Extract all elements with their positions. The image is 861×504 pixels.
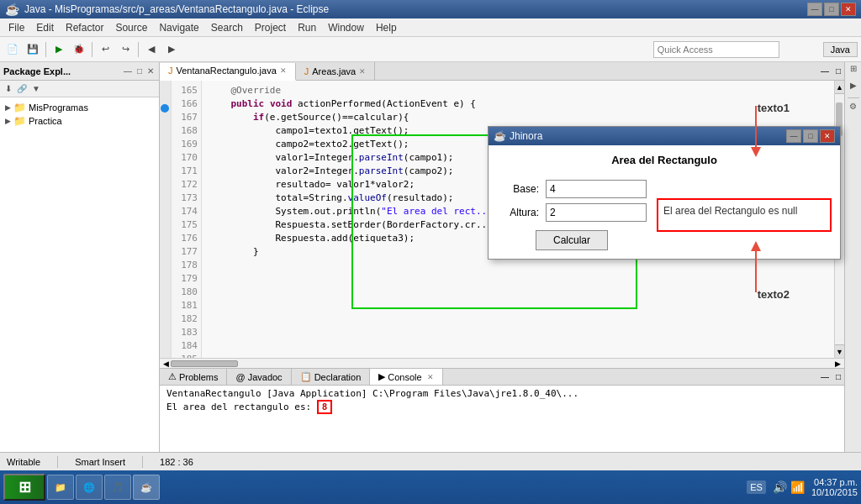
sidebar-separator: [848, 97, 859, 98]
declaration-icon: 📋: [300, 371, 312, 382]
bottom-panel-min[interactable]: —: [818, 371, 832, 382]
tab-console[interactable]: ▶ Console ✕: [370, 369, 442, 385]
menu-navigate[interactable]: Navigate: [154, 20, 203, 35]
dialog-result-display: El area del Rectangulo es null: [657, 198, 832, 232]
menu-edit[interactable]: Edit: [31, 20, 59, 35]
maximize-panel-icon[interactable]: □: [135, 66, 144, 76]
menu-project[interactable]: Project: [250, 20, 291, 35]
link-editor-icon[interactable]: 🔗: [15, 83, 29, 94]
texto2-annotation: texto2: [758, 288, 790, 301]
menu-bar: File Edit Refactor Source Navigate Searc…: [0, 18, 861, 37]
editor-tab-controls: — □: [817, 65, 844, 77]
scroll-h-thumb[interactable]: [171, 360, 238, 367]
next-button[interactable]: ▶: [162, 40, 181, 59]
menu-source[interactable]: Source: [110, 20, 152, 35]
menu-help[interactable]: Help: [371, 20, 402, 35]
taskbar-right: ES 🔊 📶 04:37 p.m. 10/10/2015: [747, 477, 858, 497]
menu-search[interactable]: Search: [206, 20, 248, 35]
dialog-close-button[interactable]: ✕: [820, 129, 835, 143]
sidebar-icon-3[interactable]: ⚙: [847, 102, 860, 115]
scroll-left-btn[interactable]: ◀: [161, 360, 171, 368]
quick-access-input[interactable]: [653, 41, 779, 58]
scroll-up-btn[interactable]: ▲: [835, 81, 844, 94]
debug-button[interactable]: 🐞: [70, 40, 88, 59]
view-menu-icon[interactable]: ▼: [30, 83, 42, 94]
form-row-base: Base:: [497, 180, 647, 198]
status-insert-mode: Smart Insert: [75, 457, 125, 467]
taskbar-browser[interactable]: 🌐: [76, 475, 103, 500]
taskbar-media[interactable]: 🎵: [104, 475, 131, 500]
tree-item-practica[interactable]: ▶ 📁 Practica: [3, 114, 156, 128]
redo-button[interactable]: ↪: [116, 40, 135, 59]
tree-item-misprogramas[interactable]: ▶ 📁 MisProgramas: [3, 101, 156, 114]
calcular-button[interactable]: Calcular: [536, 230, 608, 250]
console-icon: ▶: [378, 371, 385, 382]
altura-input[interactable]: [546, 203, 647, 222]
menu-file[interactable]: File: [3, 20, 29, 35]
project-icon: 📁: [13, 102, 26, 113]
new-button[interactable]: 📄: [3, 40, 22, 59]
tab-problems[interactable]: ⚠ Problems: [160, 369, 227, 385]
code-line-169: if(e.getSource()==calcular){: [209, 111, 827, 124]
code-line-166: @Override: [209, 84, 827, 97]
editor-min-icon[interactable]: —: [818, 66, 832, 76]
tab-close-areas[interactable]: ✕: [359, 67, 366, 76]
java-perspective-button[interactable]: Java: [823, 42, 858, 57]
javadoc-icon: @: [235, 372, 245, 382]
base-input[interactable]: [546, 180, 647, 198]
toolbar-separator-1: [45, 42, 46, 57]
dialog-jhinora: ☕ Jhinora — □ ✕ Area del Rectangulo Base…: [488, 126, 841, 260]
sidebar-icon-2[interactable]: ▶: [847, 81, 860, 94]
minimize-button[interactable]: —: [807, 3, 822, 16]
taskbar-clock[interactable]: 04:37 p.m. 10/10/2015: [811, 477, 858, 497]
project-tree: ▶ 📁 MisProgramas ▶ 📁 Practica: [0, 97, 159, 452]
tab-javadoc-label: Javadoc: [248, 372, 283, 382]
package-explorer-toolbar: ⬇ 🔗 ▼: [0, 81, 159, 97]
editor-tabs: J VentanaRectangulo.java ✕ J Areas.java …: [160, 62, 844, 81]
scroll-right-btn[interactable]: ▶: [833, 360, 843, 368]
prev-button[interactable]: ◀: [142, 40, 161, 59]
dialog-min-button[interactable]: —: [786, 129, 801, 143]
horizontal-scrollbar[interactable]: ◀ ▶: [160, 358, 844, 368]
tab-ventana-rectangulo[interactable]: J VentanaRectangulo.java ✕: [160, 63, 296, 81]
code-line-167: public void actionPerformed(ActionEvent …: [209, 97, 827, 111]
close-button[interactable]: ✕: [841, 3, 856, 16]
tab-close-ventana[interactable]: ✕: [280, 66, 287, 75]
run-button[interactable]: ▶: [50, 40, 68, 59]
project-icon-2: 📁: [13, 115, 26, 127]
dialog-app-icon: ☕: [494, 130, 506, 142]
toolbar: 📄 💾 ▶ 🐞 ↩ ↪ ◀ ▶ Java: [0, 37, 861, 62]
scroll-down-btn[interactable]: ▼: [835, 344, 844, 358]
browser-icon: 🌐: [83, 482, 95, 493]
editor-max-icon[interactable]: □: [833, 66, 843, 76]
dialog-form: Base: Altura: Calcular: [497, 180, 647, 250]
collapse-all-icon[interactable]: ⬇: [3, 83, 13, 94]
dialog-content: Base: Altura: Calcular El area del Recta…: [497, 180, 832, 250]
network-icon[interactable]: 📶: [790, 480, 805, 494]
save-button[interactable]: 💾: [24, 40, 42, 59]
window-title: Java - MisProgramas/src/p_areas/VentanaR…: [24, 3, 329, 15]
menu-refactor[interactable]: Refactor: [61, 20, 108, 35]
bottom-panel-max[interactable]: □: [833, 371, 843, 382]
dialog-max-button[interactable]: □: [803, 129, 818, 143]
sidebar-icon-1[interactable]: ⊞: [847, 64, 860, 77]
tab-javadoc[interactable]: @ Javadoc: [227, 369, 291, 385]
taskbar-java-eclipse[interactable]: ☕: [133, 475, 160, 500]
undo-button[interactable]: ↩: [96, 40, 114, 59]
close-panel-icon[interactable]: ✕: [145, 66, 156, 76]
start-button[interactable]: ⊞: [3, 474, 45, 501]
console-tab-close[interactable]: ✕: [427, 373, 434, 381]
base-label: Base:: [497, 183, 539, 195]
java-file-icon-2: J: [304, 66, 309, 76]
tab-declaration[interactable]: 📋 Declaration: [292, 369, 371, 385]
status-position: 182 : 36: [160, 457, 193, 467]
texto1-annotation: texto1: [758, 102, 790, 114]
tab-areas[interactable]: J Areas.java ✕: [296, 62, 375, 80]
menu-window[interactable]: Window: [323, 20, 369, 35]
volume-icon[interactable]: 🔊: [773, 480, 787, 494]
menu-run[interactable]: Run: [293, 20, 321, 35]
tab-declaration-label: Declaration: [314, 372, 362, 382]
taskbar-file-manager[interactable]: 📁: [47, 475, 74, 500]
maximize-button[interactable]: □: [824, 3, 839, 16]
collapse-icon[interactable]: —: [122, 66, 134, 76]
